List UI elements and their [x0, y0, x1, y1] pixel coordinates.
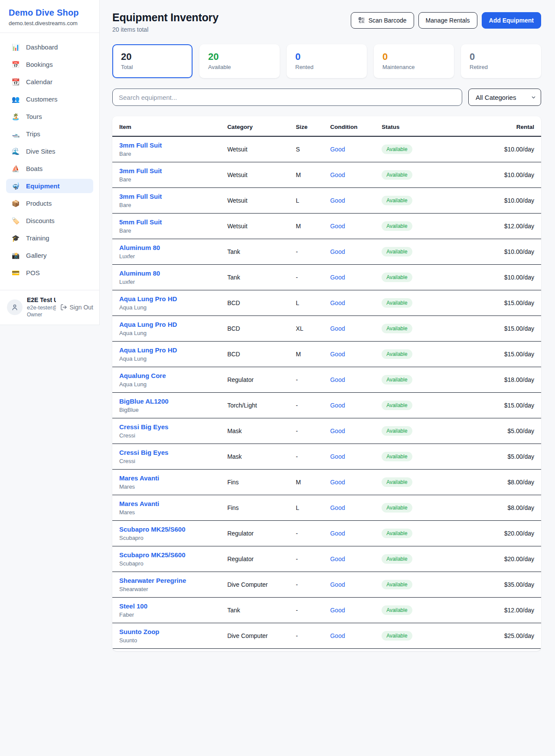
condition-link[interactable]: Good	[330, 248, 345, 255]
condition-link[interactable]: Good	[330, 402, 345, 409]
item-name-link[interactable]: Suunto Zoop	[119, 628, 220, 635]
sidebar-item-calendar[interactable]: 📆 Calendar	[6, 75, 93, 89]
item-category: Dive Computer	[224, 623, 292, 649]
condition-link[interactable]: Good	[330, 607, 345, 614]
col-size: Size	[292, 116, 326, 136]
item-name-link[interactable]: Aluminum 80	[119, 244, 220, 251]
search-input[interactable]	[112, 89, 462, 106]
stat-card-available[interactable]: 20 Available	[199, 44, 280, 78]
status-badge: Available	[382, 170, 412, 180]
item-name-link[interactable]: Cressi Big Eyes	[119, 423, 220, 431]
condition-link[interactable]: Good	[330, 223, 345, 230]
condition-link[interactable]: Good	[330, 146, 345, 153]
item-name-link[interactable]: Aluminum 80	[119, 270, 220, 277]
item-size: M	[292, 342, 326, 367]
sidebar-item-trips[interactable]: 🛥️ Trips	[6, 127, 93, 141]
sidebar-item-equipment[interactable]: 🤿 Equipment	[6, 179, 93, 193]
pos-icon: 💳	[11, 270, 20, 276]
item-name-link[interactable]: Steel 100	[119, 602, 220, 610]
brand-domain: demo.test.divestreams.com	[9, 20, 91, 26]
sidebar-item-dashboard[interactable]: 📊 Dashboard	[6, 40, 93, 54]
condition-link[interactable]: Good	[330, 581, 345, 588]
stat-label: Retired	[470, 64, 532, 70]
stat-card-total[interactable]: 20 Total	[112, 44, 193, 78]
item-category: Regulator	[224, 521, 292, 546]
category-dropdown[interactable]: All Categories	[468, 89, 541, 106]
condition-link[interactable]: Good	[330, 632, 345, 639]
sidebar-item-products[interactable]: 📦 Products	[6, 196, 93, 210]
condition-link[interactable]: Good	[330, 325, 345, 332]
training-icon: 🎓	[11, 235, 20, 241]
condition-link[interactable]: Good	[330, 555, 345, 562]
brand-name: Demo Dive Shop	[9, 8, 91, 18]
item-name-link[interactable]: 3mm Full Suit	[119, 193, 220, 200]
stat-card-rented[interactable]: 0 Rented	[287, 44, 367, 78]
item-name-link[interactable]: Scubapro MK25/S600	[119, 526, 220, 533]
item-name-link[interactable]: Aqua Lung Pro HD	[119, 295, 220, 302]
item-name-link[interactable]: 3mm Full Suit	[119, 167, 220, 174]
item-size: -	[292, 393, 326, 418]
condition-link[interactable]: Good	[330, 171, 345, 178]
rental-price: $15.00/day	[504, 351, 534, 358]
item-name-link[interactable]: Mares Avanti	[119, 474, 220, 482]
item-name-link[interactable]: Mares Avanti	[119, 500, 220, 507]
scan-barcode-button[interactable]: Scan Barcode	[351, 12, 414, 29]
item-category: Tank	[224, 265, 292, 290]
condition-link[interactable]: Good	[330, 299, 345, 306]
item-category: Fins	[224, 495, 292, 521]
condition-link[interactable]: Good	[330, 504, 345, 511]
add-equipment-button[interactable]: Add Equipment	[482, 12, 541, 29]
item-name-link[interactable]: 3mm Full Suit	[119, 141, 220, 149]
condition-link[interactable]: Good	[330, 453, 345, 460]
table-row: Aqua Lung Pro HD Aqua Lung BCD M Good Av…	[112, 342, 541, 367]
stat-card-maintenance[interactable]: 0 Maintenance	[374, 44, 454, 78]
item-brand: Mares	[119, 483, 220, 490]
condition-link[interactable]: Good	[330, 274, 345, 281]
item-name-link[interactable]: Aqua Lung Pro HD	[119, 346, 220, 354]
item-name-link[interactable]: Scubapro MK25/S600	[119, 551, 220, 559]
manage-rentals-button[interactable]: Manage Rentals	[418, 12, 477, 29]
item-size: -	[292, 546, 326, 572]
item-size: -	[292, 572, 326, 598]
status-badge: Available	[382, 273, 412, 282]
item-name-link[interactable]: 5mm Full Suit	[119, 218, 220, 226]
item-name-link[interactable]: Shearwater Peregrine	[119, 577, 220, 584]
item-brand: Luxfer	[119, 279, 220, 285]
sign-out-button[interactable]: Sign Out	[60, 304, 93, 311]
rental-price: $18.00/day	[504, 376, 534, 383]
sidebar-item-tours[interactable]: 🏝️ Tours	[6, 109, 93, 124]
item-size: M	[292, 470, 326, 495]
table-row: Mares Avanti Mares Fins L Good Available…	[112, 495, 541, 521]
sidebar-item-gallery[interactable]: 📸 Gallery	[6, 248, 93, 263]
item-name-link[interactable]: Aqua Lung Pro HD	[119, 321, 220, 328]
sidebar-item-bookings[interactable]: 📅 Bookings	[6, 57, 93, 72]
condition-link[interactable]: Good	[330, 427, 345, 434]
sidebar-item-discounts[interactable]: 🏷️ Discounts	[6, 214, 93, 228]
item-size: -	[292, 521, 326, 546]
sidebar-item-pos[interactable]: 💳 POS	[6, 266, 93, 280]
condition-link[interactable]: Good	[330, 479, 345, 486]
item-name-link[interactable]: Cressi Big Eyes	[119, 449, 220, 456]
condition-link[interactable]: Good	[330, 376, 345, 383]
sidebar-item-dive-sites[interactable]: 🌊 Dive Sites	[6, 144, 93, 158]
item-name-link[interactable]: Aqualung Core	[119, 372, 220, 379]
item-category: Fins	[224, 470, 292, 495]
item-brand: Aqua Lung	[119, 304, 220, 311]
trips-icon: 🛥️	[11, 131, 20, 137]
sidebar-item-boats[interactable]: ⛵ Boats	[6, 161, 93, 176]
status-badge: Available	[382, 247, 412, 256]
item-category: Torch/Light	[224, 393, 292, 418]
status-badge: Available	[382, 401, 412, 410]
condition-link[interactable]: Good	[330, 197, 345, 204]
item-name-link[interactable]: BigBlue AL1200	[119, 398, 220, 405]
stat-value: 0	[382, 51, 445, 62]
user-role: Owner	[27, 312, 56, 318]
status-badge: Available	[382, 375, 412, 385]
sidebar-item-customers[interactable]: 👥 Customers	[6, 92, 93, 106]
condition-link[interactable]: Good	[330, 530, 345, 537]
stat-card-retired[interactable]: 0 Retired	[461, 44, 541, 78]
condition-link[interactable]: Good	[330, 351, 345, 358]
sidebar-item-training[interactable]: 🎓 Training	[6, 231, 93, 245]
item-size: -	[292, 239, 326, 265]
filters-row: All Categories	[112, 89, 541, 106]
